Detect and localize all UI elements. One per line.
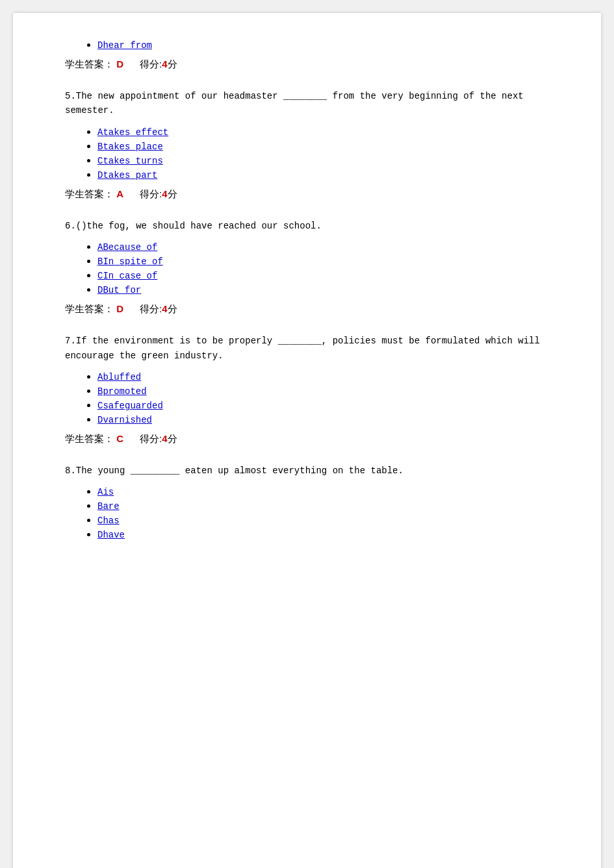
question-7-text: 7.If the environment is to be properly _… <box>65 334 549 363</box>
q5-score-unit: 分 <box>168 188 177 199</box>
q7-answer-label: 学生答案： <box>65 433 114 444</box>
list-item: Atakes effect <box>97 126 549 138</box>
q6-option-a-link[interactable]: ABecause of <box>97 242 157 253</box>
q4-answer-letter: D <box>116 58 123 69</box>
list-item: BIn spite of <box>97 255 549 267</box>
question-5-text: 5.The new appointment of our headmaster … <box>65 89 549 118</box>
q7-option-a-link[interactable]: Abluffed <box>97 372 141 382</box>
q7-score-label: 得分: <box>140 433 162 444</box>
question-6-text: 6.()the fog, we should have reached our … <box>65 219 549 233</box>
q5-score-value: 4 <box>162 188 167 199</box>
list-item: Dvarnished <box>97 414 549 425</box>
list-item: CIn case of <box>97 269 549 281</box>
q5-answer-letter: A <box>116 188 123 199</box>
main-page: Dhear from 学生答案： D 得分:4分 5.The new appoi… <box>13 13 601 868</box>
top-answer-list: Dhear from <box>65 39 549 51</box>
question-8-block: 8.The young _________ eaten up almost ev… <box>65 464 549 540</box>
list-item: Csafeguarded <box>97 399 549 411</box>
list-item: Bpromoted <box>97 385 549 397</box>
top-option-d-link[interactable]: Dhear from <box>97 40 152 51</box>
question-8-text: 8.The young _________ eaten up almost ev… <box>65 464 549 478</box>
q5-student-answer: 学生答案： A 得分:4分 <box>65 188 549 201</box>
q6-option-c-link[interactable]: CIn case of <box>97 271 157 281</box>
q7-answer-list: Abluffed Bpromoted Csafeguarded Dvarnish… <box>65 371 549 425</box>
list-item: Dtakes part <box>97 169 549 180</box>
q7-option-d-link[interactable]: Dvarnished <box>97 415 152 425</box>
q4-score-value: 4 <box>162 58 167 69</box>
list-item: Ais <box>97 486 549 497</box>
list-item: Dhear from <box>97 39 549 51</box>
list-item: DBut for <box>97 284 549 295</box>
q8-option-a-link[interactable]: Ais <box>97 487 114 497</box>
q5-option-d-link[interactable]: Dtakes part <box>97 170 157 180</box>
q6-answer-label: 学生答案： <box>65 303 114 314</box>
q5-option-a-link[interactable]: Atakes effect <box>97 127 168 138</box>
list-item: Bare <box>97 500 549 512</box>
q6-score-label: 得分: <box>140 303 162 314</box>
q6-score-value: 4 <box>162 303 167 314</box>
question-6-block: 6.()the fog, we should have reached our … <box>65 219 549 316</box>
q8-option-c-link[interactable]: Chas <box>97 515 120 526</box>
list-item: Ctakes turns <box>97 155 549 166</box>
q7-option-b-link[interactable]: Bpromoted <box>97 386 147 397</box>
q4-score-label: 得分: <box>140 58 162 69</box>
q7-score-value: 4 <box>162 433 167 444</box>
q6-option-b-link[interactable]: BIn spite of <box>97 256 163 267</box>
q5-score-label: 得分: <box>140 188 162 199</box>
q7-option-c-link[interactable]: Csafeguarded <box>97 401 163 411</box>
q6-option-d-link[interactable]: DBut for <box>97 285 141 295</box>
q4-score-unit: 分 <box>168 58 177 69</box>
question-7-block: 7.If the environment is to be properly _… <box>65 334 549 445</box>
q6-answer-letter: D <box>116 303 123 314</box>
list-item: Chas <box>97 514 549 526</box>
question-5-block: 5.The new appointment of our headmaster … <box>65 89 549 201</box>
q4-answer-label: 学生答案： <box>65 58 114 69</box>
q7-answer-letter: C <box>116 433 123 444</box>
q6-score-unit: 分 <box>168 303 177 314</box>
q5-option-b-link[interactable]: Btakes place <box>97 142 163 152</box>
q7-student-answer: 学生答案： C 得分:4分 <box>65 433 549 445</box>
q6-student-answer: 学生答案： D 得分:4分 <box>65 303 549 316</box>
q8-option-b-link[interactable]: Bare <box>97 501 120 512</box>
q8-answer-list: Ais Bare Chas Dhave <box>65 486 549 540</box>
top-bullet-block: Dhear from 学生答案： D 得分:4分 <box>65 39 549 71</box>
q7-score-unit: 分 <box>168 433 177 444</box>
list-item: Abluffed <box>97 371 549 382</box>
q5-answer-label: 学生答案： <box>65 188 114 199</box>
list-item: Dhave <box>97 528 549 540</box>
q8-option-d-link[interactable]: Dhave <box>97 530 125 540</box>
q4-student-answer: 学生答案： D 得分:4分 <box>65 58 549 71</box>
list-item: Btakes place <box>97 140 549 152</box>
q5-option-c-link[interactable]: Ctakes turns <box>97 156 163 166</box>
list-item: ABecause of <box>97 241 549 253</box>
q6-answer-list: ABecause of BIn spite of CIn case of DBu… <box>65 241 549 295</box>
q5-answer-list: Atakes effect Btakes place Ctakes turns … <box>65 126 549 180</box>
